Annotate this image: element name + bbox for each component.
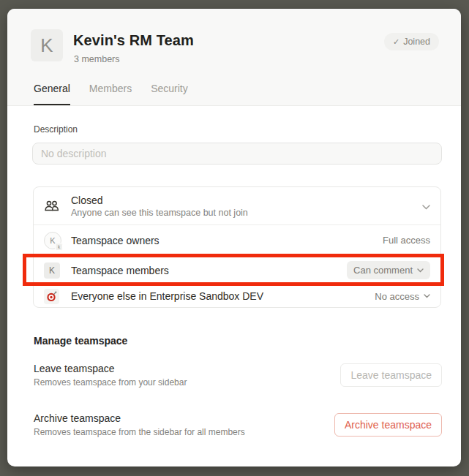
teamspace-member-count: 3 members — [74, 54, 120, 64]
leave-teamspace-button[interactable]: Leave teamspace — [340, 363, 442, 387]
everyone-row-label: Everyone else in Enterprise Sandbox DEV — [71, 290, 375, 302]
people-group-icon — [44, 200, 61, 213]
permission-row-owners[interactable]: K k Teamspace owners Full access — [34, 225, 440, 255]
members-row-label: Teamspace members — [71, 265, 347, 276]
visibility-text: Closed Anyone can see this teamspace but… — [71, 194, 422, 218]
permission-row-members[interactable]: K Teamspace members Can comment — [34, 255, 440, 285]
tab-security[interactable]: Security — [151, 83, 188, 105]
leave-teamspace-row: Leave teamspace Removes teamspace from y… — [34, 363, 442, 388]
teamspace-title: Kevin's RM Team — [73, 32, 194, 49]
archive-teamspace-row: Archive teamspace Removes teamspace from… — [34, 412, 442, 437]
chevron-down-icon — [424, 294, 430, 298]
visibility-subtitle: Anyone can see this teamspace but not jo… — [71, 208, 422, 218]
archive-teamspace-button[interactable]: Archive teamspace — [334, 413, 442, 437]
visibility-title: Closed — [71, 194, 422, 206]
teamspace-avatar: K — [31, 29, 63, 61]
tab-general[interactable]: General — [34, 83, 70, 105]
teamspace-settings-dialog: K Kevin's RM Team 3 members ✓ Joined Gen… — [7, 9, 461, 466]
chevron-down-icon — [422, 200, 430, 213]
description-input[interactable] — [32, 143, 442, 165]
members-avatar: K — [44, 262, 60, 279]
manage-teamspace-heading: Manage teamspace — [34, 335, 127, 347]
permission-row-everyone[interactable]: Everyone else in Enterprise Sandbox DEV … — [34, 285, 440, 307]
owners-avatar: K k — [44, 232, 61, 249]
permissions-card: Closed Anyone can see this teamspace but… — [33, 186, 441, 308]
leave-teamspace-description: Removes teamspace from your sidebar — [34, 377, 340, 388]
members-access-dropdown[interactable]: Can comment — [347, 261, 430, 279]
members-access-level: Can comment — [353, 265, 413, 276]
owners-access-level: Full access — [383, 235, 430, 246]
org-logo-icon — [44, 289, 59, 304]
joined-badge-label: Joined — [403, 37, 430, 47]
chevron-down-icon — [417, 268, 424, 273]
everyone-access-level: No access — [375, 291, 419, 302]
description-label: Description — [34, 124, 78, 135]
tab-bar: General Members Security — [34, 83, 188, 105]
archive-teamspace-description: Removes teamspace from the sidebar for a… — [34, 427, 334, 437]
joined-badge[interactable]: ✓ Joined — [384, 33, 439, 50]
owners-avatar-badge: k — [55, 243, 63, 251]
check-icon: ✓ — [393, 37, 399, 47]
dialog-header: K Kevin's RM Team 3 members ✓ Joined Gen… — [7, 9, 461, 106]
archive-teamspace-label: Archive teamspace — [34, 412, 334, 424]
teamspace-visibility-selector[interactable]: Closed Anyone can see this teamspace but… — [34, 187, 440, 225]
tab-members[interactable]: Members — [89, 83, 132, 105]
owners-row-label: Teamspace owners — [71, 235, 383, 246]
everyone-access-dropdown[interactable]: No access — [375, 291, 430, 302]
leave-teamspace-label: Leave teamspace — [34, 363, 340, 374]
